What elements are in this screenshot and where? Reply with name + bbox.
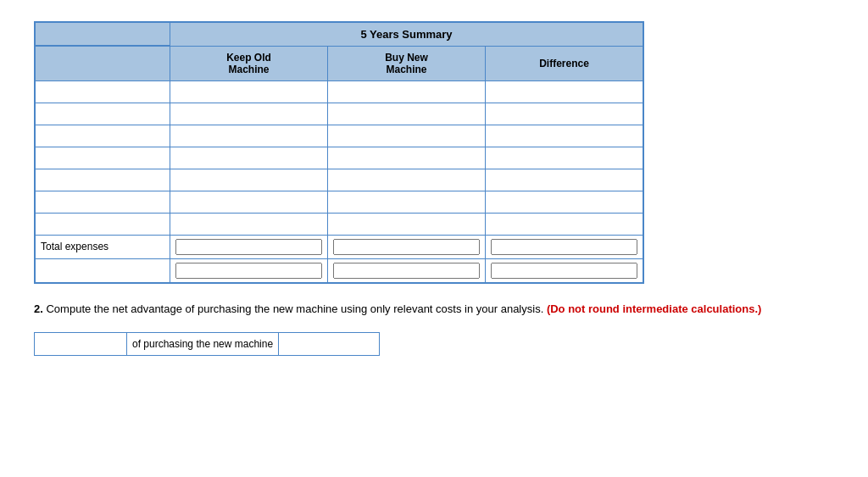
keep-input[interactable] — [172, 171, 326, 189]
last-diff-input[interactable] — [491, 263, 637, 279]
diff-input-cell — [486, 191, 644, 213]
answer-middle-label: of purchasing the new machine — [127, 332, 278, 356]
total-keep-cell — [170, 235, 328, 258]
diff-input-cell — [486, 213, 644, 235]
row-label — [35, 103, 170, 125]
keep-input-cell — [170, 191, 328, 213]
col-header-keep-old: Keep OldMachine — [170, 46, 328, 80]
buy-input[interactable] — [330, 127, 483, 145]
diff-input[interactable] — [487, 215, 641, 233]
last-keep-input[interactable] — [175, 263, 322, 279]
col-header-difference: Difference — [486, 46, 644, 80]
total-buy-input[interactable] — [333, 239, 480, 255]
last-label — [35, 258, 170, 283]
diff-input[interactable] — [487, 105, 641, 123]
buy-input[interactable] — [330, 193, 483, 211]
total-diff-cell — [486, 235, 644, 258]
diff-input-cell — [486, 169, 644, 191]
keep-input[interactable] — [172, 83, 326, 101]
col-header-label — [35, 46, 170, 80]
total-row: Total expenses — [35, 235, 643, 258]
buy-input-cell — [328, 147, 486, 169]
row-label — [35, 147, 170, 169]
buy-input[interactable] — [330, 105, 483, 123]
diff-input[interactable] — [487, 149, 641, 167]
answer-row: of purchasing the new machine — [34, 332, 834, 356]
buy-input[interactable] — [330, 149, 483, 167]
buy-input[interactable] — [330, 171, 483, 189]
question-section: 2. Compute the net advantage of purchasi… — [34, 301, 834, 357]
diff-input[interactable] — [487, 127, 641, 145]
question-number: 2. — [34, 302, 43, 315]
diff-input[interactable] — [487, 193, 641, 211]
keep-input-cell — [170, 169, 328, 191]
row-label — [35, 80, 170, 103]
row-label — [35, 191, 170, 213]
diff-input-cell — [486, 147, 644, 169]
table-row — [35, 169, 643, 191]
buy-input-cell — [328, 125, 486, 147]
table-row — [35, 147, 643, 169]
header-cols-row: Keep OldMachine Buy NewMachine Differenc… — [35, 46, 643, 80]
diff-input-cell — [486, 103, 644, 125]
answer-input-right[interactable] — [278, 332, 380, 356]
table-row — [35, 191, 643, 213]
row-label — [35, 125, 170, 147]
keep-input[interactable] — [172, 105, 326, 123]
keep-input-cell — [170, 147, 328, 169]
buy-input-cell — [328, 169, 486, 191]
keep-input-cell — [170, 80, 328, 103]
last-buy-input[interactable] — [333, 263, 480, 279]
row-label — [35, 169, 170, 191]
page-container: 5 Years Summary Keep OldMachine Buy NewM… — [0, 0, 868, 369]
buy-input-cell — [328, 80, 486, 103]
last-diff-cell — [486, 258, 644, 283]
buy-input-cell — [328, 213, 486, 235]
keep-input[interactable] — [172, 127, 326, 145]
buy-input-cell — [328, 103, 486, 125]
table-row — [35, 213, 643, 235]
last-buy-cell — [328, 258, 486, 283]
question-body: Compute the net advantage of purchasing … — [46, 302, 546, 315]
keep-input[interactable] — [172, 193, 326, 211]
keep-input[interactable] — [172, 149, 326, 167]
diff-input[interactable] — [487, 83, 641, 101]
diff-input-cell — [486, 125, 644, 147]
diff-input[interactable] — [487, 171, 641, 189]
buy-input[interactable] — [330, 83, 483, 101]
keep-input-cell — [170, 213, 328, 235]
last-keep-cell — [170, 258, 328, 283]
total-diff-input[interactable] — [491, 239, 637, 255]
title-empty-cell — [35, 22, 170, 46]
buy-input[interactable] — [330, 215, 483, 233]
table-row — [35, 103, 643, 125]
table-title: 5 Years Summary — [170, 22, 644, 46]
keep-input[interactable] — [172, 215, 326, 233]
keep-input-cell — [170, 125, 328, 147]
buy-input-cell — [328, 191, 486, 213]
summary-table: 5 Years Summary Keep OldMachine Buy NewM… — [34, 21, 644, 284]
total-buy-cell — [328, 235, 486, 258]
total-keep-input[interactable] — [175, 239, 322, 255]
total-label: Total expenses — [35, 235, 170, 258]
diff-input-cell — [486, 80, 644, 103]
table-wrapper: 5 Years Summary Keep OldMachine Buy NewM… — [34, 21, 644, 284]
row-label — [35, 213, 170, 235]
question-emphasis: (Do not round intermediate calculations.… — [547, 302, 762, 315]
last-row — [35, 258, 643, 283]
header-title-row: 5 Years Summary — [35, 22, 643, 46]
keep-input-cell — [170, 103, 328, 125]
answer-input-left[interactable] — [34, 332, 127, 356]
table-row — [35, 125, 643, 147]
col-header-buy-new: Buy NewMachine — [328, 46, 486, 80]
table-row — [35, 80, 643, 103]
question-text: 2. Compute the net advantage of purchasi… — [34, 301, 834, 318]
